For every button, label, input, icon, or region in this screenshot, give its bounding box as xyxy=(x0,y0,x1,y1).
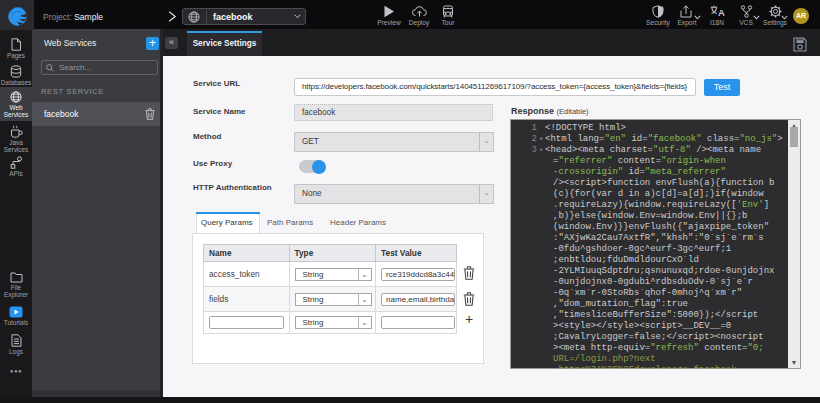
svg-text:A: A xyxy=(718,7,725,18)
